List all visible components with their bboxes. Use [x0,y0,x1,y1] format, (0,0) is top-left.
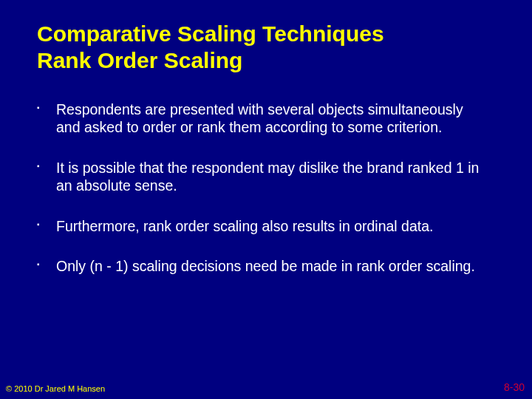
bullet-text: It is possible that the respondent may d… [56,160,479,194]
list-item: Furthermore, rank order scaling also res… [56,217,495,235]
footer-copyright: © 2010 Dr Jared M Hansen [6,384,105,393]
footer-page-number: 8-30 [504,381,525,393]
list-item: Respondents are presented with several o… [56,100,495,137]
slide: Comparative Scaling Techniques Rank Orde… [0,0,532,399]
title-line-2: Rank Order Scaling [37,48,242,72]
bullet-text: Only (n - 1) scaling decisions need be m… [56,258,475,274]
list-item: It is possible that the respondent may d… [56,159,495,195]
title-line-1: Comparative Scaling Techniques [37,21,384,46]
bullet-text: Furthermore, rank order scaling also res… [56,218,434,234]
bullet-text: Respondents are presented with several o… [56,101,463,135]
list-item: Only (n - 1) scaling decisions need be m… [56,257,495,275]
bullet-list: Respondents are presented with several o… [37,100,495,275]
slide-title: Comparative Scaling Techniques Rank Orde… [37,21,495,74]
